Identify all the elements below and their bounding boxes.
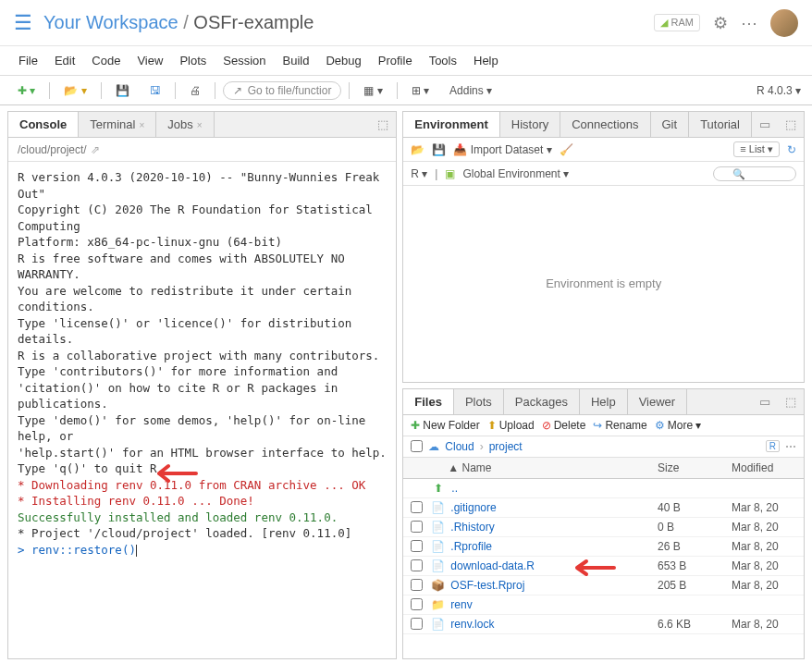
- menu-file[interactable]: File: [18, 54, 38, 68]
- workspace-link[interactable]: Your Workspace: [43, 12, 178, 32]
- r-icon[interactable]: R: [766, 440, 780, 452]
- hamburger-icon[interactable]: ☰: [14, 11, 32, 35]
- menu-code[interactable]: Code: [92, 54, 120, 68]
- minimize-icon[interactable]: ▭: [752, 117, 778, 131]
- tab-packages[interactable]: Packages: [504, 389, 580, 414]
- tab-plots[interactable]: Plots: [454, 389, 504, 414]
- app-header: ☰ Your Workspace / OSFr-example RAM ⚙ ⋯: [0, 0, 812, 46]
- files-pane: FilesPlotsPackagesHelpViewer ▭ ⬚ ✚ New F…: [402, 388, 805, 660]
- file-list-header: ▲ Name Size Modified: [403, 458, 804, 479]
- file-checkbox[interactable]: [411, 598, 423, 610]
- minimize-icon[interactable]: ▭: [752, 395, 778, 409]
- scope-button[interactable]: Global Environment ▾: [462, 167, 569, 180]
- addins-button[interactable]: Addins ▾: [443, 81, 498, 100]
- r-version[interactable]: R 4.0.3 ▾: [757, 84, 801, 97]
- file-size: 0 B: [658, 521, 732, 534]
- file-checkbox[interactable]: [411, 559, 423, 571]
- tab-connections[interactable]: Connections: [560, 112, 650, 137]
- menu-debug[interactable]: Debug: [326, 54, 361, 68]
- file-checkbox[interactable]: [411, 501, 423, 513]
- tab-console[interactable]: Console: [8, 112, 79, 137]
- parent-dir[interactable]: ..: [451, 482, 658, 495]
- file-checkbox[interactable]: [411, 540, 423, 552]
- file-name[interactable]: .Rprofile: [450, 540, 658, 553]
- import-dataset-button[interactable]: 📥 Import Dataset ▾: [453, 143, 551, 156]
- close-icon[interactable]: ×: [197, 120, 203, 130]
- file-modified: Mar 8, 20: [732, 618, 796, 631]
- maximize-icon[interactable]: ⬚: [370, 117, 396, 131]
- maximize-icon[interactable]: ⬚: [778, 395, 804, 409]
- file-list: ⬆..📄.gitignore40 BMar 8, 20📄.Rhistory0 B…: [403, 479, 804, 634]
- menu-tools[interactable]: Tools: [429, 54, 457, 68]
- save-button[interactable]: 💾: [109, 81, 136, 100]
- console-path-bar: /cloud/project/ ⇗: [8, 138, 396, 162]
- file-checkbox[interactable]: [411, 579, 423, 591]
- broom-icon[interactable]: 🧹: [560, 143, 573, 156]
- new-file-button[interactable]: ✚ ▾: [11, 81, 42, 100]
- file-name[interactable]: .Rhistory: [450, 521, 658, 534]
- console-output[interactable]: R version 4.0.3 (2020-10-10) -- "Bunny-W…: [8, 162, 396, 658]
- env-empty-message: Environment is empty: [403, 186, 804, 382]
- open-button[interactable]: 📂 ▾: [57, 81, 92, 100]
- file-row: 📄renv.lock6.6 KBMar 8, 20: [403, 615, 804, 634]
- path-project[interactable]: project: [489, 440, 523, 453]
- refresh-icon[interactable]: ↻: [787, 143, 796, 156]
- tab-files[interactable]: Files: [403, 389, 454, 414]
- goto-input[interactable]: Go to file/functior: [223, 81, 342, 100]
- menu-profile[interactable]: Profile: [378, 54, 412, 68]
- menu-session[interactable]: Session: [223, 54, 265, 68]
- menu-plots[interactable]: Plots: [179, 54, 206, 68]
- env-search-input[interactable]: [713, 166, 796, 181]
- tab-environment[interactable]: Environment: [403, 112, 499, 137]
- file-name[interactable]: renv: [450, 598, 658, 611]
- apps-button[interactable]: ⊞ ▾: [405, 81, 436, 100]
- file-checkbox[interactable]: [411, 618, 423, 630]
- file-icon: 📄: [430, 559, 445, 572]
- avatar[interactable]: [770, 9, 798, 37]
- close-icon[interactable]: ×: [139, 120, 144, 130]
- tab-history[interactable]: History: [500, 112, 560, 137]
- file-checkbox[interactable]: [411, 521, 423, 533]
- tab-git[interactable]: Git: [651, 112, 690, 137]
- tab-terminal[interactable]: Terminal×: [79, 112, 156, 137]
- load-icon[interactable]: 📂: [411, 143, 424, 156]
- grid-button[interactable]: ▦ ▾: [357, 81, 388, 100]
- scope-r-button[interactable]: R ▾: [411, 167, 427, 180]
- tab-jobs[interactable]: Jobs×: [156, 112, 214, 137]
- save-all-button[interactable]: 🖫: [143, 81, 167, 100]
- save-icon[interactable]: 💾: [432, 143, 446, 156]
- file-name[interactable]: OSF-test.Rproj: [450, 579, 658, 592]
- menu-view[interactable]: View: [137, 54, 163, 68]
- ram-badge[interactable]: RAM: [654, 14, 700, 31]
- more-icon[interactable]: ⋯: [741, 13, 757, 33]
- view-mode-button[interactable]: ≡ List ▾: [733, 141, 780, 157]
- menu-build[interactable]: Build: [283, 54, 310, 68]
- rename-button[interactable]: ↪ Rename: [593, 419, 646, 432]
- file-name[interactable]: .gitignore: [450, 501, 658, 514]
- path-cloud[interactable]: Cloud: [445, 440, 474, 453]
- tab-help[interactable]: Help: [580, 389, 628, 414]
- cloud-icon[interactable]: ☁: [428, 440, 439, 453]
- wand-icon[interactable]: ⇗: [91, 143, 100, 156]
- file-name[interactable]: download-data.R: [450, 559, 658, 572]
- more-button[interactable]: ⚙ More ▾: [655, 419, 701, 432]
- select-all-checkbox[interactable]: [411, 440, 423, 452]
- maximize-icon[interactable]: ⬚: [778, 117, 804, 131]
- file-modified: Mar 8, 20: [732, 579, 796, 592]
- more-path-icon[interactable]: ⋯: [785, 440, 796, 453]
- file-name[interactable]: renv.lock: [450, 618, 658, 631]
- project-name: OSFr-example: [193, 12, 314, 32]
- delete-button[interactable]: ⊘ Delete: [542, 419, 586, 432]
- file-path-bar: ☁ Cloud › project R ⋯: [403, 436, 804, 458]
- menu-edit[interactable]: Edit: [55, 54, 75, 68]
- tab-viewer[interactable]: Viewer: [628, 389, 688, 414]
- col-size[interactable]: Size: [658, 461, 732, 474]
- menu-help[interactable]: Help: [474, 54, 498, 68]
- print-button[interactable]: 🖨: [183, 81, 207, 100]
- col-name[interactable]: ▲ Name: [411, 461, 658, 474]
- upload-button[interactable]: ⬆ Upload: [487, 419, 535, 432]
- tab-tutorial[interactable]: Tutorial: [689, 112, 752, 137]
- new-folder-button[interactable]: ✚ New Folder: [411, 419, 479, 432]
- gear-icon[interactable]: ⚙: [713, 13, 728, 33]
- col-modified[interactable]: Modified: [732, 461, 796, 474]
